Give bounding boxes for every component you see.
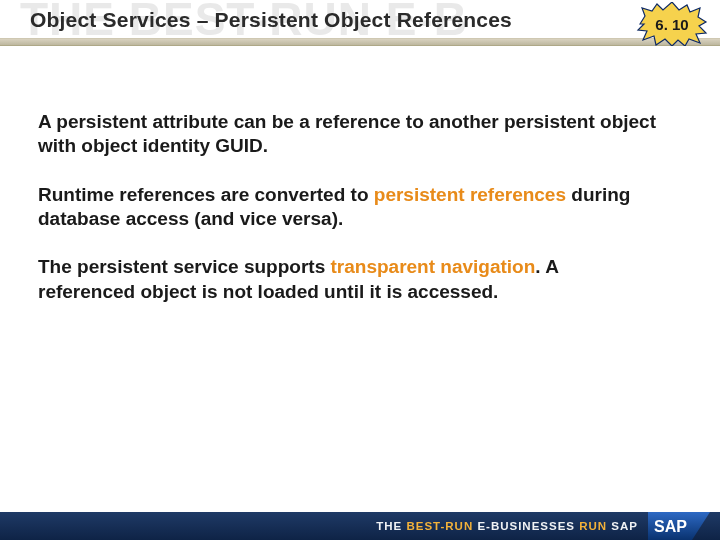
p2-pre: Runtime references are converted to xyxy=(38,184,374,205)
footer-bar: THE BEST-RUN E-BUSINESSES RUN SAP SAP xyxy=(0,512,720,540)
sap-logo-text: SAP xyxy=(654,518,687,535)
p3-pre: The persistent service supports xyxy=(38,256,331,277)
footer-gold1: BEST-RUN xyxy=(406,520,473,532)
paragraph-1: A persistent attribute can be a referenc… xyxy=(38,110,660,159)
footer-post: SAP xyxy=(607,520,638,532)
footer-gold2: RUN xyxy=(579,520,607,532)
slide-body: A persistent attribute can be a referenc… xyxy=(38,110,660,328)
slide-number-starburst: 6. 10 xyxy=(636,2,708,46)
sap-logo-icon: SAP xyxy=(648,512,710,540)
footer-mid: E-BUSINESSES xyxy=(473,520,579,532)
title-divider xyxy=(0,38,720,46)
slide-number-label: 6. 10 xyxy=(636,2,708,46)
p1-pre: A persistent attribute can be a referenc… xyxy=(38,111,656,156)
p3-highlight: transparent navigation xyxy=(331,256,536,277)
paragraph-3: The persistent service supports transpar… xyxy=(38,255,660,304)
footer-tagline: THE BEST-RUN E-BUSINESSES RUN SAP xyxy=(376,520,638,532)
slide-title: Object Services – Persistent Object Refe… xyxy=(30,8,512,32)
footer-pre: THE xyxy=(376,520,406,532)
title-bar: Object Services – Persistent Object Refe… xyxy=(0,0,720,40)
slide: THE BEST-RUN E-B Object Services – Persi… xyxy=(0,0,720,540)
p2-highlight: persistent references xyxy=(374,184,566,205)
paragraph-2: Runtime references are converted to pers… xyxy=(38,183,660,232)
